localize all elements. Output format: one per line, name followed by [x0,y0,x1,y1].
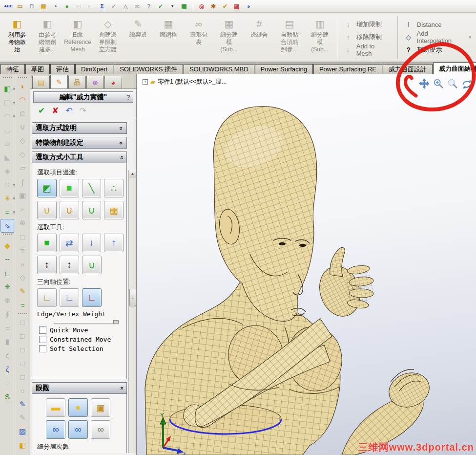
web-help-icon[interactable]: ◕ [243,1,254,11]
asterisk-point-icon[interactable]: ✳ [0,280,14,294]
checkbox[interactable] [39,345,46,352]
shell-select-button[interactable]: ∪ [82,256,102,274]
boot-curve-icon[interactable]: ∫ [16,175,29,189]
sweep-icon[interactable]: ◠▾ [0,109,14,123]
undo-button[interactable]: ↶ [66,106,73,116]
mass-properties-icon[interactable]: ⊓ [26,1,37,11]
triad-world-button[interactable]: ∟ [82,288,102,307]
ribbon-tab[interactable]: 威力曲面結構修改 [433,63,476,74]
spellcheck-icon[interactable]: ABC [3,1,14,11]
loft-icon[interactable]: ◡ [0,123,14,137]
performance-icon[interactable]: ◔ [50,1,61,11]
draft-analysis-icon[interactable]: △ [120,1,131,11]
wedge-tool-icon[interactable]: ◆ [0,239,14,253]
select-window-button[interactable]: ▦ [104,201,124,219]
sweep-surface-icon[interactable]: ◗ [16,79,29,93]
revolve-icon[interactable]: ▢▾ [0,96,14,109]
target-icon[interactable]: ⊕ [0,294,14,307]
subdivision-modeling2-button[interactable]: ▥細分建 模 (Sub... [305,14,335,62]
cube-gray-icon[interactable]: ◇ [16,271,29,284]
ribbon-tab[interactable]: Power Surfacing [255,64,313,74]
section-feature-settings[interactable]: 特徵物創建設定 » [32,137,127,149]
subdivision-modeling-button[interactable]: ▦細分建 模 (Sub... [214,14,244,62]
panel-scrollbar[interactable]: ▲ ≡ [128,170,136,453]
slider-handle[interactable] [113,320,119,324]
symmetry-check-icon[interactable]: ≍ [132,1,143,11]
display-cage-button[interactable]: ▣ [91,398,110,417]
shield-face-icon[interactable]: ∪ [16,120,29,134]
distance-button[interactable]: IDistance [404,20,471,29]
ring-wrap-button[interactable]: ∞環形包 裹 [184,14,214,62]
instant3d-icon[interactable]: ⇘ [0,219,14,233]
add-to-mesh-button[interactable]: ↓Add to Mesh [344,45,392,55]
circle-x-icon[interactable]: ⊗ [16,216,29,230]
check-toggle2-icon[interactable]: □ [85,1,96,11]
ribbon-tab[interactable]: Power Surfacing RE [313,64,382,74]
scroll-up-icon[interactable]: ▲ [129,170,136,177]
knit-surface-icon[interactable]: ✎ [16,284,29,298]
remove-constraint-button[interactable]: ↑移除限制 [344,32,392,42]
redo-button[interactable]: ↷ [80,106,86,116]
sketch-pen-icon[interactable]: ✎ [16,397,29,411]
create-boundary-box-button[interactable]: ◇創建邊 界限制 立方體 [93,14,123,62]
spline-dots-icon[interactable]: ζ [0,362,14,376]
toolbar-grip[interactable] [18,77,27,78]
dimxpert-manager-tab[interactable]: ⊕ [86,76,104,88]
half-donut-icon[interactable]: ◠ [16,93,29,107]
s-curve-icon[interactable]: S [0,390,14,403]
axes-icon[interactable]: ∟ [0,266,14,280]
viewport[interactable]: + ▰ 零件1 (默认<<默认>_显... [137,74,476,455]
ribbon-tab[interactable]: SOLIDWORKS MBD [184,64,254,74]
scroll-handle[interactable]: ≡ [129,289,136,306]
create-from-reference-mesh-button[interactable]: ◧由參考 網體創 建多... [32,14,62,62]
invert-selection-button[interactable]: ⇄ [60,234,79,252]
design-check-icon[interactable]: ✓ [155,1,166,11]
display-box-button[interactable]: ▬ [46,398,65,417]
rounded-cube-icon[interactable]: ○ [16,384,29,397]
add-constraint-button[interactable]: ↓增加限制 [344,20,392,29]
expand-loop-button[interactable]: ↕ [37,256,57,274]
dashed-line-icon[interactable]: ╌ [0,253,14,266]
show-faces-button[interactable]: ∞ [46,420,65,439]
face-pair-icon[interactable]: ◇ [16,134,29,148]
elbow-icon[interactable]: ⌐ [16,202,29,216]
display-manager-tab[interactable]: ◕ [104,76,122,88]
cube-outline-icon[interactable]: □ [16,315,29,329]
wrap-icon[interactable]: ◈ [0,164,14,178]
equations-icon[interactable]: Σ [97,1,107,11]
move-copy-icon[interactable]: ▣ [38,1,49,11]
yellow-cube-icon[interactable]: ◧ [16,438,29,452]
auto-snap-vertices-button[interactable]: ▤自動貼 合頂點 到參... [274,14,305,62]
verification-icon[interactable]: ✓ [108,1,119,11]
boundary-icon[interactable]: ▱ [0,137,14,151]
select-open-shell-button[interactable]: ∪ [37,201,57,219]
configuration-manager-tab[interactable]: 品 [68,76,86,88]
ribbon-tab[interactable]: SOLIDWORKS 插件 [114,64,183,74]
check-toggle-icon[interactable]: □ [73,1,84,11]
triad-on-plane-button[interactable]: ∟ [37,288,57,307]
cancel-button[interactable]: ✘ [52,106,59,116]
filter-vertex-button[interactable]: ∴ [104,179,124,197]
section-display[interactable]: 眼觀 » [32,382,127,394]
edge-stitch-button[interactable]: #邊縫合 [244,14,274,62]
zoom-in-icon[interactable] [433,78,444,89]
rotate-view-icon[interactable] [461,78,472,89]
accept-icon[interactable]: ✔ [220,1,230,11]
feature-manager-tab[interactable]: ▤ [32,76,50,88]
start-from-reference-button[interactable]: ◧利用參 考物啟 始 [2,14,32,62]
reference-geometry-icon[interactable]: ✳▾ [0,192,14,205]
select-body-button[interactable]: ■ [37,234,57,252]
draw-edge-button[interactable]: ✎繪製邊 [123,14,153,62]
face-pair2-icon[interactable]: ◇ [16,148,29,161]
cube-outline-icon[interactable]: □ [16,356,29,370]
property-manager-tab[interactable]: ✎ [50,75,68,88]
ribbon-tab[interactable]: DimXpert [75,64,113,74]
face-mesh-button[interactable]: ▦面網格 [153,14,184,62]
model-canvas[interactable] [137,74,476,455]
select-closed-shell-button[interactable]: ∪ [82,201,102,219]
solidworks-rx-icon[interactable]: ◎ [196,1,207,11]
toolbar-grip[interactable] [3,234,12,238]
clip-icon[interactable]: ∮ [0,307,14,321]
pattern-icon[interactable]: ∷▾ [0,178,14,192]
edit-reference-mesh-button[interactable]: ◧Edit Reference Mesh [62,14,93,62]
